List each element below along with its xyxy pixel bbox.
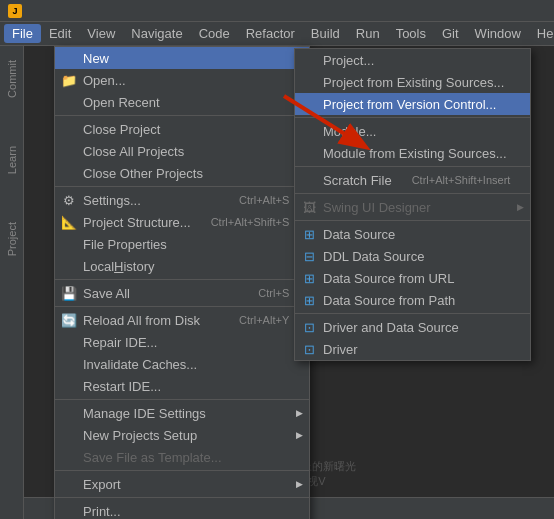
open-icon: 📁 xyxy=(61,72,77,88)
separator-4 xyxy=(55,306,309,307)
file-menu-close-other[interactable]: Close Other Projects xyxy=(55,162,309,184)
sidebar-labels: Commit Learn Project xyxy=(0,46,24,519)
file-menu-invalidate[interactable]: Invalidate Caches... xyxy=(55,353,309,375)
menu-view[interactable]: View xyxy=(79,24,123,43)
menu-window[interactable]: Window xyxy=(467,24,529,43)
file-menu-reload[interactable]: 🔄 Reload All from Disk Ctrl+Alt+Y xyxy=(55,309,309,331)
new-data-source[interactable]: ⊞ Data Source xyxy=(295,223,530,245)
file-menu-save-template: Save File as Template... xyxy=(55,446,309,468)
file-menu-close-all[interactable]: Close All Projects xyxy=(55,140,309,162)
separator-7 xyxy=(55,497,309,498)
menu-navigate[interactable]: Navigate xyxy=(123,24,190,43)
content-area: New 📁 Open... Open Recent Close Project … xyxy=(24,46,554,519)
file-menu-settings[interactable]: ⚙ Settings... Ctrl+Alt+S xyxy=(55,189,309,211)
separator-1 xyxy=(55,115,309,116)
driver-ds-icon: ⊡ xyxy=(301,319,317,335)
file-menu-export[interactable]: Export xyxy=(55,473,309,495)
reload-icon: 🔄 xyxy=(61,312,77,328)
file-menu-local-history[interactable]: Local History xyxy=(55,255,309,277)
menu-refactor[interactable]: Refactor xyxy=(238,24,303,43)
sidebar-learn[interactable]: Learn xyxy=(4,142,20,178)
open-recent-icon xyxy=(61,94,77,110)
menu-edit[interactable]: Edit xyxy=(41,24,79,43)
file-menu-project-structure[interactable]: 📐 Project Structure... Ctrl+Alt+Shift+S xyxy=(55,211,309,233)
menu-code[interactable]: Code xyxy=(191,24,238,43)
dropdown-container: New 📁 Open... Open Recent Close Project … xyxy=(24,46,554,519)
file-menu-repair[interactable]: Repair IDE... xyxy=(55,331,309,353)
new-data-source-url[interactable]: ⊞ Data Source from URL xyxy=(295,267,530,289)
new-module-existing[interactable]: Module from Existing Sources... xyxy=(295,142,530,164)
db-icon: ⊞ xyxy=(301,226,317,242)
new-project-vcs[interactable]: Project from Version Control... xyxy=(295,93,530,115)
menu-git[interactable]: Git xyxy=(434,24,467,43)
new-submenu-dropdown[interactable]: Project... Project from Existing Sources… xyxy=(294,48,531,361)
menu-tools[interactable]: Tools xyxy=(388,24,434,43)
file-menu-manage-ide[interactable]: Manage IDE Settings xyxy=(55,402,309,424)
ddl-icon: ⊟ xyxy=(301,248,317,264)
separator-6 xyxy=(55,470,309,471)
settings-icon: ⚙ xyxy=(61,192,77,208)
new-ddl-data-source[interactable]: ⊟ DDL Data Source xyxy=(295,245,530,267)
driver-icon: ⊡ xyxy=(301,341,317,357)
sidebar-project[interactable]: Project xyxy=(4,218,20,260)
file-menu-dropdown[interactable]: New 📁 Open... Open Recent Close Project … xyxy=(54,46,310,519)
file-menu-print[interactable]: Print... xyxy=(55,500,309,519)
new-project-existing[interactable]: Project from Existing Sources... xyxy=(295,71,530,93)
structure-icon: 📐 xyxy=(61,214,77,230)
menu-file[interactable]: File xyxy=(4,24,41,43)
file-menu-new[interactable]: New xyxy=(55,47,309,69)
menu-bar: File Edit View Navigate Code Refactor Bu… xyxy=(0,22,554,46)
separator-5 xyxy=(55,399,309,400)
file-menu-open[interactable]: 📁 Open... xyxy=(55,69,309,91)
new-swing-ui: 🖼 Swing UI Designer xyxy=(295,196,530,218)
save-icon: 💾 xyxy=(61,285,77,301)
sidebar-commit[interactable]: Commit xyxy=(4,56,20,102)
main-area: Commit Learn Project New 📁 Open... Open xyxy=(0,46,554,519)
new-sep-5 xyxy=(295,313,530,314)
path-icon: ⊞ xyxy=(301,292,317,308)
separator-2 xyxy=(55,186,309,187)
new-driver[interactable]: ⊡ Driver xyxy=(295,338,530,360)
app-icon: J xyxy=(8,4,22,18)
new-sep-1 xyxy=(295,117,530,118)
menu-run[interactable]: Run xyxy=(348,24,388,43)
new-driver-data-source[interactable]: ⊡ Driver and Data Source xyxy=(295,316,530,338)
url-icon: ⊞ xyxy=(301,270,317,286)
new-sep-2 xyxy=(295,166,530,167)
menu-build[interactable]: Build xyxy=(303,24,348,43)
menu-help[interactable]: Help xyxy=(529,24,554,43)
title-bar: J xyxy=(0,0,554,22)
file-menu-restart[interactable]: Restart IDE... xyxy=(55,375,309,397)
new-project[interactable]: Project... xyxy=(295,49,530,71)
new-sep-4 xyxy=(295,220,530,221)
swing-icon: 🖼 xyxy=(301,199,317,215)
new-scratch-file[interactable]: Scratch File Ctrl+Alt+Shift+Insert xyxy=(295,169,530,191)
file-menu-new-projects[interactable]: New Projects Setup xyxy=(55,424,309,446)
file-menu-save-all[interactable]: 💾 Save All Ctrl+S xyxy=(55,282,309,304)
file-menu-close-project[interactable]: Close Project xyxy=(55,118,309,140)
separator-3 xyxy=(55,279,309,280)
new-data-source-path[interactable]: ⊞ Data Source from Path xyxy=(295,289,530,311)
new-module[interactable]: Module... xyxy=(295,120,530,142)
sidebar: Commit Learn Project xyxy=(0,46,24,519)
new-icon xyxy=(61,50,77,66)
file-menu-open-recent[interactable]: Open Recent xyxy=(55,91,309,113)
file-menu-file-properties[interactable]: File Properties xyxy=(55,233,309,255)
new-sep-3 xyxy=(295,193,530,194)
